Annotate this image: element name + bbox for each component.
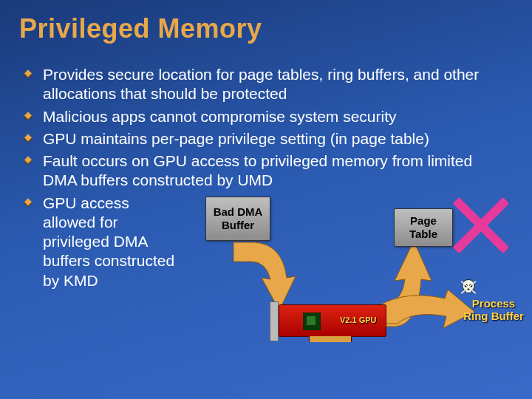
bullet-item: Fault occurs on GPU access to privileged…: [22, 151, 510, 191]
process-ring-buffer-label: Process Ring Buffer: [460, 297, 527, 323]
bullet-item: Provides secure location for page tables…: [22, 65, 510, 104]
gpu-chip: [303, 313, 321, 330]
bad-dma-buffer-box: Bad DMA Buffer: [205, 197, 270, 241]
page-table-box: Page Table: [394, 208, 453, 247]
bullet-item: GPU maintains per-page privilege setting…: [22, 129, 510, 149]
bullet-list: Provides secure location for page tables…: [22, 65, 510, 349]
bullet-item: GPU access allowed for privileged DMA bu…: [22, 194, 510, 349]
slide-title: Privileged Memory: [0, 0, 532, 44]
slide-content: Provides secure location for page tables…: [0, 44, 532, 349]
gpu-label: V2.1 GPU: [340, 316, 377, 326]
denied-cross-icon: [452, 197, 510, 254]
diagram-area: Bad DMA Buffer: [191, 194, 510, 349]
gpu-board: V2.1 GPU: [279, 304, 386, 337]
gpu-bracket: [270, 301, 279, 341]
bullet-text: GPU access allowed for privileged DMA bu…: [43, 194, 183, 290]
skull-icon: [459, 278, 478, 297]
bullet-item: Malicious apps cannot compromise system …: [22, 107, 510, 126]
gpu-card: V2.1 GPU: [268, 304, 385, 345]
slide: Privileged Memory Provides secure locati…: [0, 0, 532, 399]
gpu-connector: [309, 336, 352, 342]
